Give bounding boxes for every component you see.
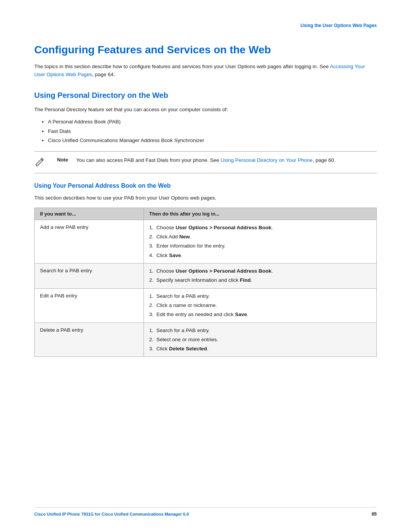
note-link[interactable]: Using Personal Directory on Your Phone [221,157,313,163]
table-cell-steps: 1. Search for a PAB entry. 2. Click a na… [144,288,377,323]
step-item: 2. Select one or more entries. [149,335,371,344]
intro-text-before: The topics in this section describe how … [34,64,330,69]
page-container: Using the User Options Web Pages Configu… [0,0,411,532]
intro-text-after: , page 64. [92,72,115,77]
note-box: Note You can also access PAB and Fast Di… [34,151,377,173]
section1-heading: Using Personal Directory on the Web [34,90,377,100]
footer-page-number: 65 [372,511,377,517]
table-header-row: If you want to... Then do this after you… [35,208,377,220]
step-item: 1. Search for a PAB entry. [149,292,371,301]
step-item: 3. Click Delete Selected. [149,344,371,353]
step-item: 1. Choose User Options > Personal Addres… [149,267,371,276]
table-cell-steps: 1. Choose User Options > Personal Addres… [144,220,377,263]
pab-table: If you want to... Then do this after you… [34,208,377,357]
step-item: 3. Enter information for the entry. [149,241,371,251]
note-icon-area [34,156,57,168]
step-item: 2. Specify search information and click … [149,276,371,285]
note-content: You can also access PAB and Fast Dials f… [76,156,377,165]
feature-list: A Personal Address Book (PAB) Fast Dials… [42,117,377,145]
feature-list-item-fastdials: Fast Dials [42,127,377,136]
page-header: Using the User Options Web Pages [34,23,377,28]
table-row: Delete a PAB entry 1. Search for a PAB e… [35,323,377,357]
feature-list-item-pab: A Personal Address Book (PAB) [42,117,377,126]
table-row: Add a new PAB entry 1. Choose User Optio… [35,220,377,263]
table-cell-steps: 1. Choose User Options > Personal Addres… [144,264,377,289]
page-footer: Cisco Unified IP Phone 7931G for Cisco U… [34,507,377,517]
step-item: 2. Click a name or nickname. [149,301,371,310]
step-item: 3. Edit the entry as needed and click Sa… [149,310,371,319]
step-item: 1. Choose User Options > Personal Addres… [149,223,371,232]
pencil-icon [34,156,45,167]
step-item: 4. Click Save. [149,251,371,260]
table-cell-action: Add a new PAB entry [35,220,144,263]
table-col1-header: If you want to... [35,208,144,220]
step-list: 1. Choose User Options > Personal Addres… [149,223,371,260]
table-cell-action: Search for a PAB entry [35,264,144,289]
table-col2-header: Then do this after you log in... [144,208,377,220]
note-text-after: , page 60. [312,157,335,163]
table-cell-action: Edit a PAB entry [35,288,144,323]
section2-heading: Using Your Personal Address Book on the … [34,182,377,189]
table-row: Search for a PAB entry 1. Choose User Op… [35,264,377,289]
intro-paragraph: The topics in this section describe how … [34,62,377,79]
step-item: 2. Click Add New. [149,232,371,241]
section2-description: This section describes how to use your P… [34,194,377,202]
feature-list-item-sync: Cisco Unified Communications Manager Add… [42,136,377,145]
table-cell-action: Delete a PAB entry [35,323,144,357]
footer-left-text: Cisco Unified IP Phone 7931G for Cisco U… [34,512,189,516]
step-list: 1. Search for a PAB entry. 2. Select one… [149,326,371,354]
step-list: 1. Choose User Options > Personal Addres… [149,267,371,285]
header-title: Using the User Options Web Pages [301,23,377,28]
main-heading: Configuring Features and Services on the… [34,43,377,56]
table-cell-steps: 1. Search for a PAB entry. 2. Select one… [144,323,377,357]
step-item: 1. Search for a PAB entry. [149,326,371,335]
note-text-before: You can also access PAB and Fast Dials f… [76,157,221,163]
table-row: Edit a PAB entry 1. Search for a PAB ent… [35,288,377,323]
note-label: Note [57,156,76,163]
step-list: 1. Search for a PAB entry. 2. Click a na… [149,292,371,320]
section1-description: The Personal Directory feature set that … [34,105,377,114]
